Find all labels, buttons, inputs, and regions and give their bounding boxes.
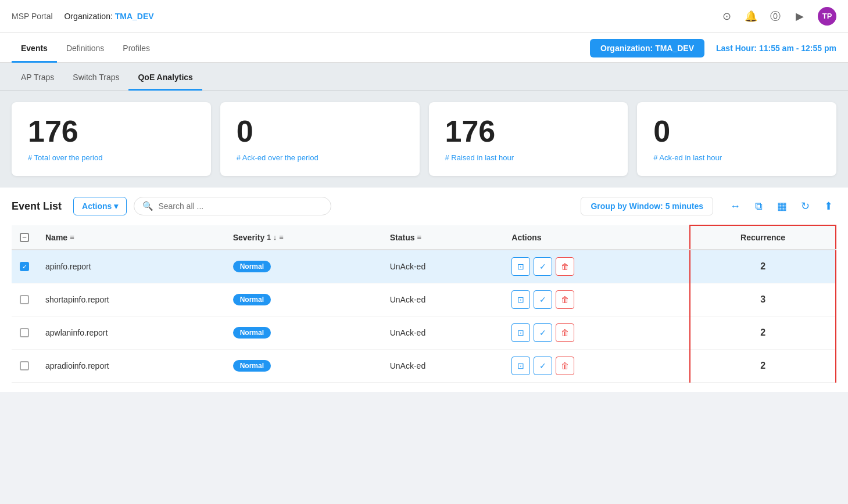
row-checkbox-2[interactable]	[20, 328, 29, 337]
td-severity-1: Normal	[225, 283, 382, 316]
expand-action-btn-3[interactable]: ⊡	[511, 357, 530, 375]
delete-action-btn-1[interactable]: 🗑	[556, 290, 574, 309]
td-recurrence-2: 2	[690, 316, 836, 350]
severity-badge-1: Normal	[233, 294, 271, 305]
row-checkbox-0[interactable]	[20, 262, 29, 271]
top-nav: MSP Portal Organization: TMA_DEV ⊙ 🔔 ⓪ ▶…	[0, 0, 848, 33]
search-icon: 🔍	[142, 201, 153, 211]
status-filter-icon[interactable]: ≡	[417, 233, 422, 242]
severity-sort-icon[interactable]: ↓	[273, 233, 277, 242]
tab-events[interactable]: Events	[12, 35, 57, 63]
top-nav-right: ⊙ 🔔 ⓪ ▶ TP	[720, 7, 836, 26]
td-recurrence-3: 2	[690, 350, 836, 383]
th-status: Status ≡	[382, 225, 504, 250]
td-status-1: UnAck-ed	[382, 283, 504, 316]
search-icon[interactable]: ⊙	[720, 10, 733, 23]
stat-acked-hour-number: 0	[653, 116, 820, 146]
td-name-3: apradioinfo.report	[37, 350, 225, 383]
td-actions-3: ⊡ ✓ 🗑	[503, 350, 690, 383]
severity-filter-icon[interactable]: ≡	[279, 233, 284, 242]
stat-total-number: 176	[28, 116, 195, 146]
icon-toolbar: ↔ ⧉ ▦ ↻ ⬆	[727, 198, 836, 214]
subtab-qoe-analytics[interactable]: QoE Analytics	[128, 66, 202, 91]
action-buttons-2: ⊡ ✓ 🗑	[511, 323, 681, 342]
top-nav-left: MSP Portal Organization: TMA_DEV	[12, 12, 154, 21]
select-all-checkbox[interactable]	[20, 233, 29, 242]
delete-action-btn-2[interactable]: 🗑	[556, 323, 574, 342]
tab-profiles[interactable]: Profiles	[113, 35, 159, 63]
subtab-ap-traps[interactable]: AP Traps	[12, 66, 63, 91]
action-buttons-0: ⊡ ✓ 🗑	[511, 257, 681, 276]
stat-raised-label: # Raised in last hour	[445, 153, 612, 162]
event-list-title: Event List	[12, 200, 62, 213]
td-recurrence-0: 2	[690, 250, 836, 283]
stat-total-label: # Total over the period	[28, 153, 195, 162]
stat-acked-hour-label: # Ack-ed in last hour	[653, 153, 820, 162]
event-table: Name ≡ Severity 1 ↓ ≡ Status ≡	[12, 225, 836, 383]
ack-action-btn-2[interactable]: ✓	[534, 323, 552, 342]
ack-action-btn-1[interactable]: ✓	[534, 290, 552, 309]
td-select[interactable]	[12, 283, 37, 316]
time-range: Last Hour: 11:55 am - 12:55 pm	[716, 44, 836, 53]
table-row: apradioinfo.report Normal UnAck-ed ⊡ ✓ 🗑…	[12, 350, 836, 383]
main-tabs-right: Organization: TMA_DEV Last Hour: 11:55 a…	[590, 39, 836, 62]
td-actions-2: ⊡ ✓ 🗑	[503, 316, 690, 350]
expand-icon[interactable]: ↔	[727, 198, 743, 214]
delete-action-btn-0[interactable]: 🗑	[556, 257, 574, 276]
td-status-0: UnAck-ed	[382, 250, 504, 283]
td-select[interactable]	[12, 350, 37, 383]
th-name: Name ≡	[37, 225, 225, 250]
severity-badge-0: Normal	[233, 261, 271, 272]
grid-icon[interactable]: ▦	[774, 198, 790, 214]
org-button[interactable]: Organization: TMA_DEV	[590, 39, 704, 57]
table-row: apwlaninfo.report Normal UnAck-ed ⊡ ✓ 🗑 …	[12, 316, 836, 350]
action-buttons-3: ⊡ ✓ 🗑	[511, 357, 681, 375]
ack-action-btn-3[interactable]: ✓	[534, 357, 552, 375]
td-select[interactable]	[12, 250, 37, 283]
org-label: Organization: TMA_DEV	[65, 12, 154, 21]
th-select	[12, 225, 37, 250]
tab-definitions[interactable]: Definitions	[57, 35, 113, 63]
expand-action-btn-2[interactable]: ⊡	[511, 323, 530, 342]
stats-section: 176 # Total over the period 0 # Ack-ed o…	[0, 91, 848, 188]
row-checkbox-1[interactable]	[20, 295, 29, 304]
delete-action-btn-3[interactable]: 🗑	[556, 357, 574, 375]
table-body: apinfo.report Normal UnAck-ed ⊡ ✓ 🗑 2	[12, 250, 836, 383]
subtab-switch-traps[interactable]: Switch Traps	[63, 66, 128, 91]
severity-badge-3: Normal	[233, 360, 271, 372]
stat-card-acked: 0 # Ack-ed over the period	[220, 102, 420, 176]
table-header: Name ≡ Severity 1 ↓ ≡ Status ≡	[12, 225, 836, 250]
search-input[interactable]	[158, 201, 323, 211]
stat-raised-number: 176	[445, 116, 612, 146]
avatar[interactable]: TP	[818, 7, 836, 26]
msp-portal-label: MSP Portal	[12, 12, 53, 21]
table-row: shortapinfo.report Normal UnAck-ed ⊡ ✓ 🗑…	[12, 283, 836, 316]
upload-icon[interactable]: ⬆	[820, 198, 836, 214]
td-severity-2: Normal	[225, 316, 382, 350]
search-box[interactable]: 🔍	[134, 197, 331, 215]
td-name-2: apwlaninfo.report	[37, 316, 225, 350]
group-by-button[interactable]: Group by Window: 5 minutes	[581, 197, 713, 215]
stat-card-raised: 176 # Raised in last hour	[429, 102, 628, 176]
expand-action-btn-1[interactable]: ⊡	[511, 290, 530, 309]
stat-card-total: 176 # Total over the period	[12, 102, 211, 176]
td-name-1: shortapinfo.report	[37, 283, 225, 316]
td-select[interactable]	[12, 316, 37, 350]
actions-chevron-icon: ▾	[114, 201, 118, 211]
name-filter-icon[interactable]: ≡	[70, 233, 74, 242]
row-checkbox-3[interactable]	[20, 361, 29, 370]
actions-button[interactable]: Actions ▾	[73, 197, 127, 215]
expand-action-btn-0[interactable]: ⊡	[511, 257, 530, 276]
th-actions: Actions	[503, 225, 690, 250]
severity-badge-2: Normal	[233, 327, 271, 339]
event-list-header: Event List Actions ▾ 🔍 Group by Window: …	[12, 197, 836, 215]
help-icon[interactable]: ⓪	[769, 10, 782, 23]
play-icon[interactable]: ▶	[793, 10, 806, 23]
td-name-0: apinfo.report	[37, 250, 225, 283]
ack-action-btn-0[interactable]: ✓	[534, 257, 552, 276]
external-link-icon[interactable]: ⧉	[750, 198, 767, 214]
bell-icon[interactable]: 🔔	[745, 10, 757, 23]
td-actions-1: ⊡ ✓ 🗑	[503, 283, 690, 316]
td-status-2: UnAck-ed	[382, 316, 504, 350]
refresh-icon[interactable]: ↻	[797, 198, 813, 214]
